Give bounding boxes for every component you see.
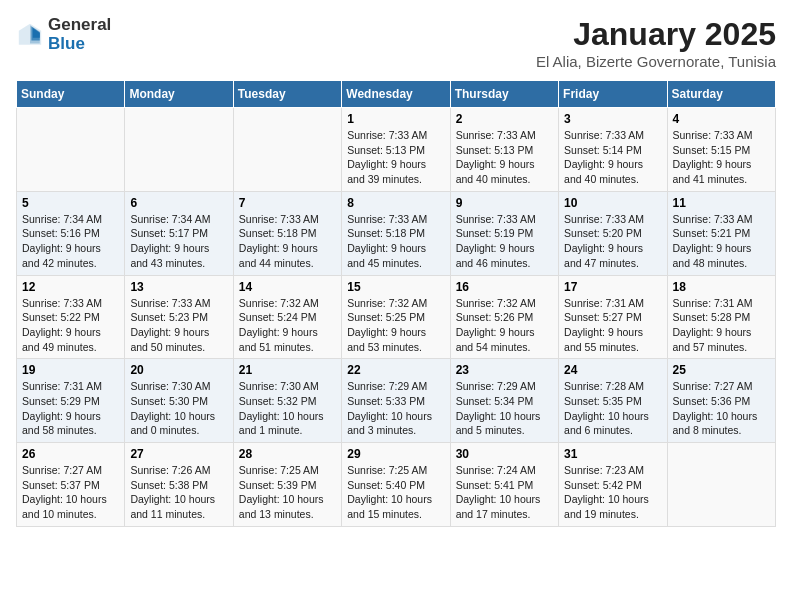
calendar-cell: 9Sunrise: 7:33 AM Sunset: 5:19 PM Daylig… [450,191,558,275]
page-header: General Blue January 2025 El Alia, Bizer… [16,16,776,70]
calendar-cell [125,108,233,192]
day-number: 21 [239,363,336,377]
day-info: Sunrise: 7:29 AM Sunset: 5:33 PM Dayligh… [347,379,444,438]
calendar-cell: 4Sunrise: 7:33 AM Sunset: 5:15 PM Daylig… [667,108,775,192]
calendar-cell: 6Sunrise: 7:34 AM Sunset: 5:17 PM Daylig… [125,191,233,275]
day-info: Sunrise: 7:33 AM Sunset: 5:14 PM Dayligh… [564,128,661,187]
calendar-cell: 22Sunrise: 7:29 AM Sunset: 5:33 PM Dayli… [342,359,450,443]
day-number: 3 [564,112,661,126]
calendar-cell: 1Sunrise: 7:33 AM Sunset: 5:13 PM Daylig… [342,108,450,192]
day-info: Sunrise: 7:29 AM Sunset: 5:34 PM Dayligh… [456,379,553,438]
day-info: Sunrise: 7:33 AM Sunset: 5:13 PM Dayligh… [347,128,444,187]
calendar-cell: 16Sunrise: 7:32 AM Sunset: 5:26 PM Dayli… [450,275,558,359]
calendar-cell: 19Sunrise: 7:31 AM Sunset: 5:29 PM Dayli… [17,359,125,443]
title-block: January 2025 El Alia, Bizerte Governorat… [536,16,776,70]
day-info: Sunrise: 7:25 AM Sunset: 5:39 PM Dayligh… [239,463,336,522]
day-number: 26 [22,447,119,461]
calendar-cell: 18Sunrise: 7:31 AM Sunset: 5:28 PM Dayli… [667,275,775,359]
day-number: 10 [564,196,661,210]
day-number: 12 [22,280,119,294]
calendar-week-row: 12Sunrise: 7:33 AM Sunset: 5:22 PM Dayli… [17,275,776,359]
day-number: 13 [130,280,227,294]
day-info: Sunrise: 7:32 AM Sunset: 5:24 PM Dayligh… [239,296,336,355]
calendar-cell: 10Sunrise: 7:33 AM Sunset: 5:20 PM Dayli… [559,191,667,275]
calendar-cell: 30Sunrise: 7:24 AM Sunset: 5:41 PM Dayli… [450,443,558,527]
day-number: 15 [347,280,444,294]
day-info: Sunrise: 7:27 AM Sunset: 5:36 PM Dayligh… [673,379,770,438]
day-info: Sunrise: 7:33 AM Sunset: 5:18 PM Dayligh… [239,212,336,271]
calendar-cell [17,108,125,192]
day-info: Sunrise: 7:31 AM Sunset: 5:29 PM Dayligh… [22,379,119,438]
day-info: Sunrise: 7:33 AM Sunset: 5:13 PM Dayligh… [456,128,553,187]
weekday-header: Sunday [17,81,125,108]
day-number: 9 [456,196,553,210]
day-info: Sunrise: 7:32 AM Sunset: 5:25 PM Dayligh… [347,296,444,355]
calendar-cell: 14Sunrise: 7:32 AM Sunset: 5:24 PM Dayli… [233,275,341,359]
calendar-cell: 5Sunrise: 7:34 AM Sunset: 5:16 PM Daylig… [17,191,125,275]
day-info: Sunrise: 7:33 AM Sunset: 5:15 PM Dayligh… [673,128,770,187]
day-info: Sunrise: 7:31 AM Sunset: 5:28 PM Dayligh… [673,296,770,355]
calendar-cell: 11Sunrise: 7:33 AM Sunset: 5:21 PM Dayli… [667,191,775,275]
day-info: Sunrise: 7:33 AM Sunset: 5:19 PM Dayligh… [456,212,553,271]
day-number: 20 [130,363,227,377]
day-number: 6 [130,196,227,210]
weekday-header: Monday [125,81,233,108]
calendar-cell: 27Sunrise: 7:26 AM Sunset: 5:38 PM Dayli… [125,443,233,527]
weekday-header: Thursday [450,81,558,108]
day-number: 31 [564,447,661,461]
calendar-cell: 29Sunrise: 7:25 AM Sunset: 5:40 PM Dayli… [342,443,450,527]
calendar-week-row: 1Sunrise: 7:33 AM Sunset: 5:13 PM Daylig… [17,108,776,192]
calendar-cell: 7Sunrise: 7:33 AM Sunset: 5:18 PM Daylig… [233,191,341,275]
day-number: 25 [673,363,770,377]
day-number: 14 [239,280,336,294]
day-number: 8 [347,196,444,210]
day-info: Sunrise: 7:33 AM Sunset: 5:18 PM Dayligh… [347,212,444,271]
logo-icon [16,21,44,49]
day-info: Sunrise: 7:32 AM Sunset: 5:26 PM Dayligh… [456,296,553,355]
day-number: 23 [456,363,553,377]
calendar-cell: 23Sunrise: 7:29 AM Sunset: 5:34 PM Dayli… [450,359,558,443]
calendar-cell: 26Sunrise: 7:27 AM Sunset: 5:37 PM Dayli… [17,443,125,527]
calendar-cell: 21Sunrise: 7:30 AM Sunset: 5:32 PM Dayli… [233,359,341,443]
day-info: Sunrise: 7:34 AM Sunset: 5:16 PM Dayligh… [22,212,119,271]
day-number: 4 [673,112,770,126]
day-info: Sunrise: 7:23 AM Sunset: 5:42 PM Dayligh… [564,463,661,522]
calendar-cell: 28Sunrise: 7:25 AM Sunset: 5:39 PM Dayli… [233,443,341,527]
day-number: 16 [456,280,553,294]
calendar-week-row: 19Sunrise: 7:31 AM Sunset: 5:29 PM Dayli… [17,359,776,443]
weekday-header: Tuesday [233,81,341,108]
calendar-cell: 20Sunrise: 7:30 AM Sunset: 5:30 PM Dayli… [125,359,233,443]
day-info: Sunrise: 7:33 AM Sunset: 5:20 PM Dayligh… [564,212,661,271]
day-info: Sunrise: 7:33 AM Sunset: 5:21 PM Dayligh… [673,212,770,271]
day-info: Sunrise: 7:28 AM Sunset: 5:35 PM Dayligh… [564,379,661,438]
day-info: Sunrise: 7:30 AM Sunset: 5:30 PM Dayligh… [130,379,227,438]
day-number: 17 [564,280,661,294]
calendar-week-row: 26Sunrise: 7:27 AM Sunset: 5:37 PM Dayli… [17,443,776,527]
calendar-title: January 2025 [536,16,776,53]
calendar-cell: 12Sunrise: 7:33 AM Sunset: 5:22 PM Dayli… [17,275,125,359]
day-info: Sunrise: 7:34 AM Sunset: 5:17 PM Dayligh… [130,212,227,271]
calendar-cell: 2Sunrise: 7:33 AM Sunset: 5:13 PM Daylig… [450,108,558,192]
logo-blue: Blue [48,35,111,54]
calendar-cell [667,443,775,527]
logo-general: General [48,16,111,35]
day-number: 18 [673,280,770,294]
weekday-header: Friday [559,81,667,108]
weekday-header: Wednesday [342,81,450,108]
day-info: Sunrise: 7:25 AM Sunset: 5:40 PM Dayligh… [347,463,444,522]
calendar-cell: 3Sunrise: 7:33 AM Sunset: 5:14 PM Daylig… [559,108,667,192]
calendar-cell: 25Sunrise: 7:27 AM Sunset: 5:36 PM Dayli… [667,359,775,443]
day-info: Sunrise: 7:30 AM Sunset: 5:32 PM Dayligh… [239,379,336,438]
calendar-cell: 17Sunrise: 7:31 AM Sunset: 5:27 PM Dayli… [559,275,667,359]
weekday-header: Saturday [667,81,775,108]
weekday-header-row: SundayMondayTuesdayWednesdayThursdayFrid… [17,81,776,108]
calendar-cell: 15Sunrise: 7:32 AM Sunset: 5:25 PM Dayli… [342,275,450,359]
day-info: Sunrise: 7:33 AM Sunset: 5:23 PM Dayligh… [130,296,227,355]
calendar-table: SundayMondayTuesdayWednesdayThursdayFrid… [16,80,776,527]
day-number: 27 [130,447,227,461]
day-number: 24 [564,363,661,377]
day-info: Sunrise: 7:33 AM Sunset: 5:22 PM Dayligh… [22,296,119,355]
calendar-week-row: 5Sunrise: 7:34 AM Sunset: 5:16 PM Daylig… [17,191,776,275]
day-number: 28 [239,447,336,461]
day-info: Sunrise: 7:31 AM Sunset: 5:27 PM Dayligh… [564,296,661,355]
